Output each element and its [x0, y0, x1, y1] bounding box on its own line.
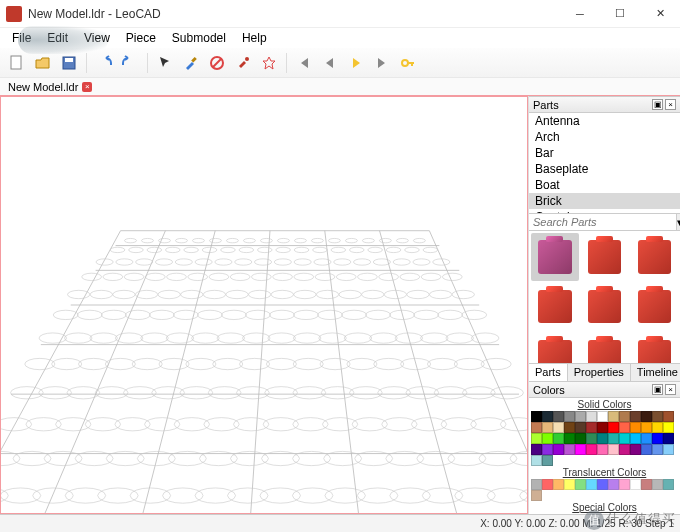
brush-tool[interactable] — [180, 52, 202, 74]
color-swatch[interactable] — [619, 433, 630, 444]
part-thumbnail[interactable] — [531, 332, 579, 363]
color-swatch[interactable] — [542, 479, 553, 490]
color-swatch[interactable] — [564, 433, 575, 444]
color-swatch[interactable] — [641, 479, 652, 490]
menu-edit[interactable]: Edit — [39, 29, 76, 47]
first-step-button[interactable] — [293, 52, 315, 74]
color-swatch[interactable] — [586, 411, 597, 422]
color-swatch[interactable] — [630, 433, 641, 444]
minimize-button[interactable]: ─ — [560, 0, 600, 28]
color-swatch[interactable] — [542, 433, 553, 444]
prev-step-button[interactable] — [319, 52, 341, 74]
color-swatch[interactable] — [531, 422, 542, 433]
color-swatch[interactable] — [663, 411, 674, 422]
color-swatch[interactable] — [641, 433, 652, 444]
color-swatch[interactable] — [553, 411, 564, 422]
colors-close-button[interactable]: × — [665, 384, 676, 395]
color-swatch[interactable] — [586, 433, 597, 444]
category-antenna[interactable]: Antenna — [529, 113, 680, 129]
color-swatch[interactable] — [619, 411, 630, 422]
document-tab[interactable]: New Model.ldr × — [4, 80, 96, 94]
redo-button[interactable] — [119, 52, 141, 74]
tab-properties[interactable]: Properties — [568, 364, 631, 381]
part-thumbnail[interactable] — [630, 283, 678, 331]
document-tab-close[interactable]: × — [82, 82, 92, 92]
part-thumbnail[interactable] — [581, 332, 629, 363]
color-swatch[interactable] — [553, 444, 564, 455]
part-thumbnail[interactable] — [630, 233, 678, 281]
category-brick[interactable]: Brick — [529, 193, 680, 209]
search-options-button[interactable]: ▾ — [676, 214, 680, 230]
color-swatch[interactable] — [597, 411, 608, 422]
new-button[interactable] — [6, 52, 28, 74]
color-swatch[interactable] — [597, 433, 608, 444]
color-swatch[interactable] — [652, 444, 663, 455]
menu-file[interactable]: File — [4, 29, 39, 47]
color-swatch[interactable] — [608, 444, 619, 455]
color-swatch[interactable] — [531, 455, 542, 466]
color-swatch[interactable] — [663, 433, 674, 444]
color-swatch[interactable] — [564, 422, 575, 433]
color-swatch[interactable] — [608, 479, 619, 490]
last-step-button[interactable] — [371, 52, 393, 74]
color-swatch[interactable] — [542, 444, 553, 455]
color-swatch[interactable] — [575, 433, 586, 444]
part-thumbnail[interactable] — [630, 332, 678, 363]
panel-close-button[interactable]: × — [665, 99, 676, 110]
close-button[interactable]: ✕ — [640, 0, 680, 28]
color-swatch[interactable] — [652, 411, 663, 422]
color-swatch[interactable] — [586, 479, 597, 490]
open-button[interactable] — [32, 52, 54, 74]
save-button[interactable] — [58, 52, 80, 74]
category-arch[interactable]: Arch — [529, 129, 680, 145]
color-swatch[interactable] — [575, 411, 586, 422]
color-swatch[interactable] — [630, 479, 641, 490]
color-swatch[interactable] — [597, 479, 608, 490]
part-thumbnail[interactable] — [581, 283, 629, 331]
colors-float-button[interactable]: ▣ — [652, 384, 663, 395]
viewport-3d[interactable] — [0, 96, 528, 514]
color-swatch[interactable] — [553, 422, 564, 433]
maximize-button[interactable]: ☐ — [600, 0, 640, 28]
key-button[interactable] — [397, 52, 419, 74]
color-swatch[interactable] — [564, 479, 575, 490]
menu-submodel[interactable]: Submodel — [164, 29, 234, 47]
color-swatch[interactable] — [663, 444, 674, 455]
color-swatch[interactable] — [608, 422, 619, 433]
paint-tool[interactable] — [232, 52, 254, 74]
color-swatch[interactable] — [663, 479, 674, 490]
color-swatch[interactable] — [553, 479, 564, 490]
delete-tool[interactable] — [206, 52, 228, 74]
color-swatch[interactable] — [531, 433, 542, 444]
undo-button[interactable] — [93, 52, 115, 74]
color-swatch[interactable] — [564, 444, 575, 455]
next-step-button[interactable] — [345, 52, 367, 74]
color-swatch[interactable] — [652, 479, 663, 490]
color-swatch[interactable] — [641, 444, 652, 455]
color-swatch[interactable] — [575, 444, 586, 455]
color-swatch[interactable] — [630, 411, 641, 422]
color-swatch[interactable] — [553, 433, 564, 444]
color-swatch[interactable] — [619, 479, 630, 490]
color-swatch[interactable] — [619, 422, 630, 433]
color-swatch[interactable] — [542, 455, 553, 466]
zoom-tool[interactable] — [258, 52, 280, 74]
color-swatch[interactable] — [542, 422, 553, 433]
color-swatch[interactable] — [630, 444, 641, 455]
category-boat[interactable]: Boat — [529, 177, 680, 193]
color-swatch[interactable] — [575, 479, 586, 490]
category-bar[interactable]: Bar — [529, 145, 680, 161]
color-swatch[interactable] — [586, 422, 597, 433]
panel-float-button[interactable]: ▣ — [652, 99, 663, 110]
select-tool[interactable] — [154, 52, 176, 74]
search-parts-input[interactable] — [529, 214, 676, 230]
color-swatch[interactable] — [531, 490, 542, 501]
color-swatch[interactable] — [564, 411, 575, 422]
part-thumbnail[interactable] — [581, 233, 629, 281]
menu-view[interactable]: View — [76, 29, 118, 47]
part-thumbnail[interactable] — [531, 233, 579, 281]
color-swatch[interactable] — [586, 444, 597, 455]
color-swatch[interactable] — [652, 433, 663, 444]
color-swatch[interactable] — [641, 422, 652, 433]
part-thumbnail[interactable] — [531, 283, 579, 331]
